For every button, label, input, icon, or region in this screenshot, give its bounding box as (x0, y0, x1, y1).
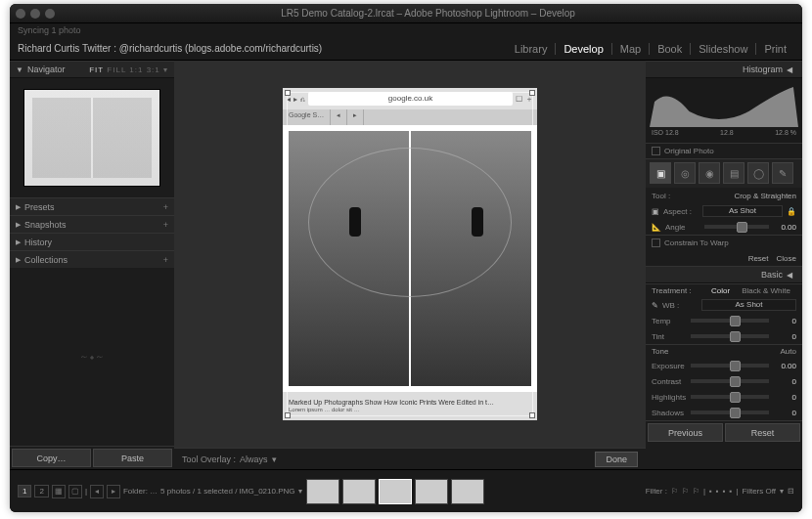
color-filter-icon[interactable]: ▪ (716, 487, 719, 496)
radial-tool-icon[interactable]: ◯ (747, 162, 769, 184)
contrast-value[interactable]: 0 (773, 377, 796, 386)
screen-1[interactable]: 1 (18, 485, 31, 497)
temp-slider[interactable] (691, 319, 769, 323)
aspect-lock-icon[interactable]: 🔒 (787, 207, 796, 216)
exposure-value[interactable]: 0.00 (773, 362, 796, 370)
spot-tool-icon[interactable]: ◎ (674, 162, 696, 184)
angle-slider[interactable] (704, 225, 769, 229)
wb-dropdown[interactable]: As Shot (701, 299, 796, 311)
tool-overlay-mode[interactable]: Always (240, 454, 268, 464)
zoom-window-button[interactable] (45, 9, 55, 19)
folder-label[interactable]: Folder: … (123, 487, 158, 496)
color-filter-icon[interactable]: ▪ (723, 487, 726, 496)
thumbnail[interactable] (415, 479, 448, 504)
constrain-checkbox[interactable] (652, 238, 660, 247)
contrast-label: Contrast (652, 377, 687, 386)
close-window-button[interactable] (16, 9, 25, 19)
tone-label: Tone (652, 347, 668, 356)
paste-button[interactable]: Paste (93, 449, 172, 467)
aspect-label: Aspect : (663, 207, 699, 216)
snapshots-section[interactable]: ▶Snapshots+ (10, 215, 174, 233)
contrast-slider[interactable] (691, 379, 769, 383)
highlights-value[interactable]: 0 (773, 393, 796, 402)
forward-icon[interactable]: ▸ (107, 485, 120, 498)
basic-header[interactable]: Basic◀ (646, 266, 802, 283)
thumbnail[interactable] (342, 479, 376, 504)
treatment-toggle[interactable]: ColorBlack & White (705, 285, 796, 296)
crop-handle[interactable] (285, 412, 291, 418)
temp-value[interactable]: 0 (773, 317, 796, 325)
crop-handle[interactable] (529, 90, 535, 96)
sync-status: Syncing 1 photo (10, 23, 802, 37)
minimize-window-button[interactable] (30, 9, 40, 19)
original-checkbox[interactable] (652, 147, 660, 155)
tint-slider[interactable] (691, 334, 769, 338)
grid-icon[interactable]: ▦ (52, 485, 66, 498)
tool-name: Crop & Straighten (734, 192, 796, 200)
done-button[interactable]: Done (595, 452, 638, 467)
color-filter-icon[interactable]: ▪ (730, 487, 733, 496)
back-icon[interactable]: ◂ (90, 485, 104, 498)
module-book[interactable]: Book (650, 43, 691, 55)
wb-picker-icon[interactable]: ✎ (652, 301, 658, 310)
tool-overlay-label: Tool Overlay : (182, 454, 236, 464)
original-photo-label: Original Photo (664, 147, 714, 155)
flag-filter-icon[interactable]: ⚐ (693, 487, 699, 496)
copy-button[interactable]: Copy… (12, 449, 91, 467)
aspect-dropdown[interactable]: As Shot (702, 205, 783, 217)
crop-reset[interactable]: Reset (748, 254, 769, 263)
thumbnail[interactable] (451, 479, 484, 504)
gradient-tool-icon[interactable]: ▤ (723, 162, 744, 184)
history-section[interactable]: ▶History (10, 233, 174, 250)
flag-filter-icon[interactable]: ⚐ (671, 487, 678, 496)
crop-handle[interactable] (285, 90, 291, 96)
highlights-slider[interactable] (691, 395, 769, 399)
shadows-label: Shadows (652, 409, 687, 417)
shadows-value[interactable]: 0 (773, 409, 796, 417)
thumbnails (306, 479, 484, 504)
brush-tool-icon[interactable]: ✎ (772, 162, 793, 184)
screen-2[interactable]: 2 (34, 485, 48, 497)
module-library[interactable]: Library (507, 43, 557, 55)
reset-button[interactable]: Reset (725, 423, 800, 442)
module-map[interactable]: Map (612, 43, 650, 55)
histogram-header[interactable]: Histogram ◀ (646, 61, 802, 78)
exposure-slider[interactable] (691, 364, 769, 368)
constrain-label: Constrain To Warp (664, 238, 729, 247)
presets-section[interactable]: ▶Presets+ (10, 197, 174, 215)
panel-ornament: ～⬥～ (10, 268, 174, 446)
redeye-tool-icon[interactable]: ◉ (699, 162, 720, 184)
crop-icon[interactable]: ▣ (652, 207, 659, 216)
shadows-slider[interactable] (691, 411, 769, 414)
module-print[interactable]: Print (756, 43, 794, 55)
filter-lock-icon[interactable]: ⊟ (788, 487, 794, 496)
center-canvas: ◂▸⎌ google.co.uk ☐＋ Google S…◂▸ Marked U… (174, 61, 646, 469)
loupe-icon[interactable]: ▢ (68, 485, 82, 498)
exposure-label: Exposure (652, 362, 687, 370)
histogram[interactable]: ISO 12.812.812.8 % (646, 78, 802, 143)
filters-off[interactable]: Filters Off (742, 487, 776, 496)
thumbnail[interactable] (379, 479, 412, 504)
collections-section[interactable]: ▶Collections+ (10, 250, 174, 268)
angle-value[interactable]: 0.00 (773, 223, 796, 232)
crop-tool-icon[interactable]: ▣ (650, 162, 671, 184)
previous-button[interactable]: Previous (648, 423, 723, 442)
image-preview[interactable]: ◂▸⎌ google.co.uk ☐＋ Google S…◂▸ Marked U… (283, 88, 537, 420)
auto-tone[interactable]: Auto (781, 347, 796, 356)
navigator-preview[interactable] (10, 78, 174, 197)
temp-label: Temp (652, 317, 687, 325)
crop-handle[interactable] (529, 412, 535, 418)
crop-close[interactable]: Close (777, 254, 796, 263)
module-slideshow[interactable]: Slideshow (691, 43, 756, 55)
navigator-zoom-modes[interactable]: FIT FILL 1:1 3:1 ▾ (89, 65, 168, 74)
flag-filter-icon[interactable]: ⚐ (682, 487, 689, 496)
angle-icon[interactable]: 📐 (652, 223, 661, 232)
module-develop[interactable]: Develop (556, 43, 611, 55)
navigator-label: Navigator (27, 65, 66, 74)
tint-value[interactable]: 0 (773, 332, 796, 341)
wb-label: WB : (662, 301, 698, 310)
thumbnail[interactable] (306, 479, 339, 504)
navigator-header[interactable]: ▼ Navigator FIT FILL 1:1 3:1 ▾ (10, 61, 174, 78)
identity-plate: Richard Curtis Twitter : @richardcurtis … (18, 43, 322, 54)
color-filter-icon[interactable]: ▪ (709, 487, 712, 496)
